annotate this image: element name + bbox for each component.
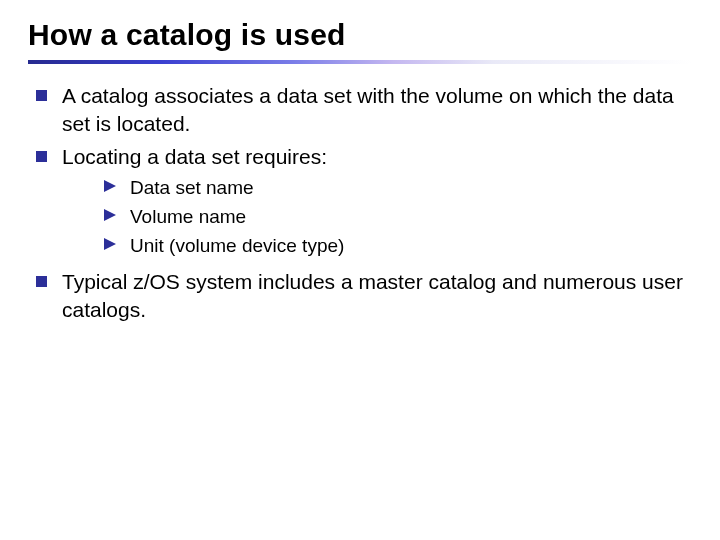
list-item: Typical z/OS system includes a master ca…	[28, 268, 692, 323]
square-bullet-icon	[36, 276, 47, 287]
bullet-text: Typical z/OS system includes a master ca…	[62, 270, 683, 321]
bullet-text: Volume name	[130, 206, 246, 227]
bullet-text: Data set name	[130, 177, 254, 198]
bullet-text: A catalog associates a data set with the…	[62, 84, 674, 135]
list-item: Locating a data set requires: Data set n…	[28, 143, 692, 258]
list-item: Volume name	[104, 204, 692, 229]
bullet-text: Locating a data set requires:	[62, 145, 327, 168]
triangle-bullet-icon	[104, 238, 116, 250]
square-bullet-icon	[36, 90, 47, 101]
title-divider	[28, 60, 692, 64]
slide-title: How a catalog is used	[28, 18, 692, 52]
slide: How a catalog is used A catalog associat…	[0, 0, 720, 540]
square-bullet-icon	[36, 151, 47, 162]
slide-content: A catalog associates a data set with the…	[28, 82, 692, 324]
bullet-list-level2: Data set name Volume name Unit (volume d…	[104, 175, 692, 258]
bullet-text: Unit (volume device type)	[130, 235, 344, 256]
triangle-bullet-icon	[104, 180, 116, 192]
triangle-bullet-icon	[104, 209, 116, 221]
list-item: Data set name	[104, 175, 692, 200]
list-item: A catalog associates a data set with the…	[28, 82, 692, 137]
bullet-list-level1: A catalog associates a data set with the…	[28, 82, 692, 324]
list-item: Unit (volume device type)	[104, 233, 692, 258]
